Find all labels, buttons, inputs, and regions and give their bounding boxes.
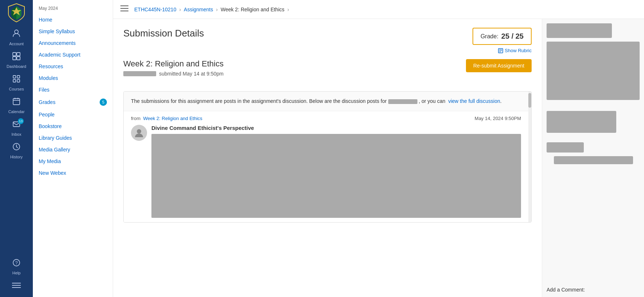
sidebar-item-bookstore[interactable]: Bookstore (33, 120, 113, 132)
sidebar-item-resources[interactable]: Resources (33, 61, 113, 72)
discussion-info-text: The submissions for this assignment are … (131, 98, 387, 104)
discussion-main: The submissions for this assignment are … (124, 92, 528, 222)
history-icon (12, 142, 21, 153)
history-label: History (10, 155, 23, 159)
thread-link[interactable]: Week 2: Religion and Ethics (143, 116, 202, 121)
main-content: ETHC445N-10210 › Assignments › Week 2: R… (113, 0, 644, 297)
sidebar-resources-label: Resources (39, 63, 63, 69)
discussion-scrollbar[interactable] (528, 92, 531, 222)
sidebar-library-guides-label: Library Guides (39, 135, 72, 141)
sidebar-item-simple-syllabus[interactable]: Simple Syllabus (33, 26, 113, 37)
sidebar-grades-label: Grades (39, 99, 55, 105)
sidebar-item-grades[interactable]: Grades 5 (33, 96, 113, 109)
sidebar-item-media-gallery[interactable]: Media Gallery (33, 144, 113, 155)
dashboard-icon (12, 52, 21, 63)
sidebar-my-media-label: My Media (39, 158, 61, 164)
sidebar-files-label: Files (39, 87, 50, 93)
sidebar-announcements-label: Announcements (39, 40, 76, 46)
sidebar-modules-label: Modules (39, 75, 58, 81)
dashboard-label: Dashboard (7, 64, 26, 69)
show-rubric-link[interactable]: Show Rubric (498, 48, 532, 53)
page-title: Submission Details (123, 28, 204, 39)
sidebar-item-files[interactable]: Files (33, 84, 113, 96)
right-block-5 (554, 156, 633, 164)
right-panel: Add a Comment: (542, 19, 644, 297)
add-comment-label: Add a Comment: (547, 284, 640, 293)
page-title-area: Submission Details (123, 28, 204, 48)
discussion-user-redacted (388, 99, 417, 104)
help-icon: ? (12, 258, 21, 269)
view-full-discussion-link[interactable]: view the full discussion (448, 98, 500, 104)
course-sidebar: May 2024 Home Simple Syllabus Announceme… (33, 0, 113, 297)
svg-rect-10 (13, 99, 20, 105)
calendar-icon (12, 97, 21, 108)
inbox-label: Inbox (12, 132, 22, 136)
grade-value: 25 / 25 (501, 32, 524, 40)
courses-icon (12, 74, 21, 85)
sidebar-item-academic-support[interactable]: Academic Support (33, 49, 113, 61)
sidebar-item-people[interactable]: People (33, 109, 113, 120)
sidebar-simple-syllabus-label: Simple Syllabus (39, 28, 75, 34)
sidebar-home-label: Home (39, 17, 52, 23)
show-rubric-container: Show Rubric (498, 48, 532, 53)
discussion-info: The submissions for this assignment are … (124, 92, 528, 111)
post-body: Divine Command Ethicist's Perspective (151, 125, 521, 218)
sidebar-item-my-media[interactable]: My Media (33, 155, 113, 167)
breadcrumb-course[interactable]: ETHC445N-10210 (134, 7, 176, 12)
collapse-button[interactable] (0, 278, 33, 293)
right-block-2 (547, 42, 640, 100)
submitter-name-redacted (123, 71, 156, 76)
submitted-text: submitted May 14 at 9:50pm (159, 71, 224, 77)
account-label: Account (9, 42, 24, 46)
sidebar-item-history[interactable]: History (0, 139, 33, 162)
discussion-box: The submissions for this assignment are … (123, 91, 532, 223)
post-content: Divine Command Ethicist's Perspective (131, 125, 521, 218)
help-label: Help (12, 271, 21, 275)
calendar-label: Calendar (8, 109, 25, 114)
main-panel: Submission Details Grade: 25 / 25 Show R… (113, 19, 542, 297)
collapse-icon (12, 281, 21, 290)
content-area: Submission Details Grade: 25 / 25 Show R… (113, 19, 644, 297)
grades-badge: 5 (100, 99, 107, 106)
sidebar-item-calendar[interactable]: Calendar (0, 94, 33, 117)
sidebar-academic-support-label: Academic Support (39, 52, 80, 58)
breadcrumb-sep-2: › (216, 7, 218, 12)
breadcrumb-current: Week 2: Religion and Ethics (221, 7, 285, 12)
account-icon (12, 28, 21, 40)
post-date: May 14, 2024 9:50PM (475, 116, 521, 121)
resubmit-button[interactable]: Re-submit Assignment (466, 59, 532, 72)
avatar (131, 125, 147, 141)
grade-box: Grade: 25 / 25 (473, 28, 532, 45)
sidebar-item-modules[interactable]: Modules (33, 72, 113, 84)
sidebar-item-library-guides[interactable]: Library Guides (33, 132, 113, 144)
grade-area: Grade: 25 / 25 Show Rubric (465, 28, 532, 53)
discussion-post: from Week 2: Religion and Ethics May 14,… (124, 111, 528, 222)
post-image (151, 134, 521, 218)
assignment-meta: submitted May 14 at 9:50pm (123, 71, 224, 77)
courses-label: Courses (9, 87, 24, 91)
sidebar-item-new-webex[interactable]: New Webex (33, 167, 113, 179)
sidebar-media-gallery-label: Media Gallery (39, 147, 70, 153)
svg-text:?: ? (15, 260, 18, 266)
sidebar-item-help[interactable]: ? Help (0, 255, 33, 278)
right-spacer (547, 104, 640, 107)
rubric-icon (498, 48, 503, 53)
breadcrumb-section[interactable]: Assignments (184, 7, 213, 12)
sidebar-item-courses[interactable]: Courses (0, 72, 33, 94)
menu-button[interactable] (120, 5, 128, 14)
inbox-icon: 13 (12, 120, 21, 131)
right-block-3 (547, 111, 616, 133)
sidebar-new-webex-label: New Webex (39, 170, 66, 176)
from-label: from (131, 116, 140, 121)
svg-point-1 (15, 30, 18, 34)
sidebar-item-announcements[interactable]: Announcements (33, 37, 113, 49)
sidebar-item-inbox[interactable]: 13 Inbox (0, 117, 33, 139)
scrollbar-thumb (528, 93, 531, 108)
sidebar-item-home[interactable]: Home (33, 14, 113, 26)
sidebar-item-account[interactable]: Account (0, 26, 33, 49)
left-rail: Account Dashboard Courses Calendar 13 In… (0, 0, 33, 297)
post-from: from Week 2: Religion and Ethics (131, 116, 203, 121)
sidebar-item-dashboard[interactable]: Dashboard (0, 49, 33, 72)
show-rubric-label: Show Rubric (505, 48, 532, 53)
assignment-header: Week 2: Religion and Ethics submitted Ma… (123, 59, 224, 77)
